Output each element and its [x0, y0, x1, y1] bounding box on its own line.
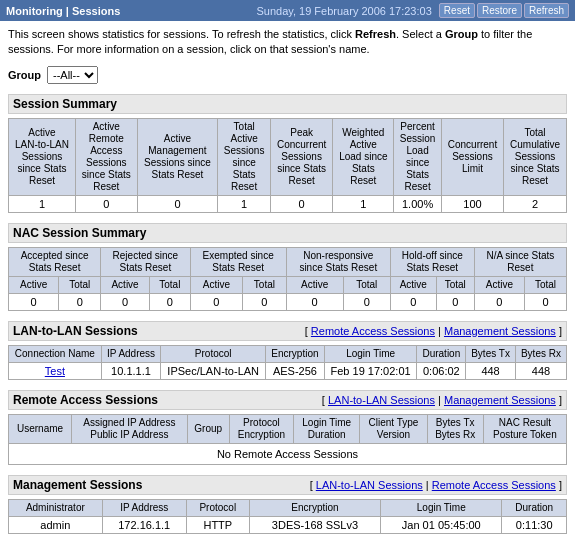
group-label: Group	[8, 69, 41, 81]
lan-conn-link[interactable]: Test	[45, 365, 65, 377]
table-row: Test 10.1.1.1 IPSec/LAN-to-LAN AES-256 F…	[9, 362, 567, 379]
nac-sub-total-2: Total	[149, 276, 190, 293]
link-lan-2[interactable]: LAN-to-LAN Sessions	[316, 479, 423, 491]
nac-sub-active-4: Active	[286, 276, 343, 293]
nac-summary-title: NAC Session Summary	[8, 223, 567, 243]
top-bar-right: Sunday, 19 February 2006 17:23:03 Reset …	[256, 3, 569, 18]
ra-col-5: Login TimeDuration	[294, 414, 360, 443]
management-title: Management Sessions	[13, 478, 142, 492]
nac-col-6: N/A since StatsReset	[474, 247, 566, 276]
management-header: Management Sessions [ LAN-to-LAN Session…	[8, 475, 567, 495]
nac-v11: 0	[474, 293, 524, 310]
mgmt-admin: admin	[9, 516, 103, 533]
ra-col-3: Group	[187, 414, 229, 443]
lan-col-1: Connection Name	[9, 345, 102, 362]
lan-ip: 10.1.1.1	[101, 362, 161, 379]
group-select[interactable]: --All--	[47, 66, 98, 84]
ss-col-4: TotalActiveSessionssinceStatsReset	[218, 118, 271, 195]
ss-val-3: 0	[137, 195, 218, 212]
nac-summary-table: Accepted sinceStats Reset Rejected since…	[8, 247, 567, 311]
nac-sub-active-2: Active	[101, 276, 150, 293]
session-summary-section: Session Summary ActiveLAN-to-LANSessions…	[8, 94, 567, 213]
mgmt-encryption: 3DES-168 SSLv3	[249, 516, 380, 533]
restore-button[interactable]: Restore	[477, 3, 522, 18]
ss-col-3: ActiveManagementSessions sinceStats Rese…	[137, 118, 218, 195]
ss-val-4: 1	[218, 195, 271, 212]
management-table: Administrator IP Address Protocol Encryp…	[8, 499, 567, 534]
mgmt-col-3: Protocol	[186, 499, 249, 516]
session-summary-table: ActiveLAN-to-LANSessionssince StatsReset…	[8, 118, 567, 213]
nac-col-1: Accepted sinceStats Reset	[9, 247, 101, 276]
nac-v5: 0	[190, 293, 242, 310]
nac-sub-active-1: Active	[9, 276, 59, 293]
lan-sessions-table: Connection Name IP Address Protocol Encr…	[8, 345, 567, 380]
lan-conn-name: Test	[9, 362, 102, 379]
ss-col-2: ActiveRemoteAccessSessionssince StatsRes…	[75, 118, 137, 195]
mgmt-col-1: Administrator	[9, 499, 103, 516]
lan-duration: 0:06:02	[417, 362, 466, 379]
nac-v6: 0	[243, 293, 287, 310]
ss-val-9: 2	[504, 195, 567, 212]
nac-v10: 0	[436, 293, 474, 310]
nac-col-3: Exempted sinceStats Reset	[190, 247, 286, 276]
mgmt-ip: 172.16.1.1	[102, 516, 186, 533]
ss-col-8: ConcurrentSessionsLimit	[441, 118, 503, 195]
mgmt-col-2: IP Address	[102, 499, 186, 516]
mgmt-col-4: Encryption	[249, 499, 380, 516]
nac-sub-total-6: Total	[525, 276, 567, 293]
top-bar: Monitoring | Sessions Sunday, 19 Februar…	[0, 0, 575, 21]
lan-session-links: [ Remote Access Sessions | Management Se…	[305, 325, 562, 337]
nac-v1: 0	[9, 293, 59, 310]
link-lan-sessions[interactable]: LAN-to-LAN Sessions	[328, 394, 435, 406]
link-remote-2[interactable]: Remote Access Sessions	[432, 479, 556, 491]
lan-col-6: Duration	[417, 345, 466, 362]
refresh-button[interactable]: Refresh	[524, 3, 569, 18]
link-management[interactable]: Management Sessions	[444, 325, 556, 337]
ss-val-1: 1	[9, 195, 76, 212]
lan-login-time: Feb 19 17:02:01	[324, 362, 417, 379]
remote-session-links: [ LAN-to-LAN Sessions | Management Sessi…	[322, 394, 562, 406]
mgmt-col-5: Login Time	[381, 499, 502, 516]
ss-val-8: 100	[441, 195, 503, 212]
ss-col-7: PercentSessionLoadsinceStatsReset	[394, 118, 441, 195]
lan-sessions-section: LAN-to-LAN Sessions [ Remote Access Sess…	[8, 321, 567, 380]
ra-col-6: Client TypeVersion	[360, 414, 427, 443]
reset-button[interactable]: Reset	[439, 3, 475, 18]
ra-col-4: ProtocolEncryption	[229, 414, 293, 443]
lan-col-7: Bytes Tx	[466, 345, 516, 362]
ra-col-1: Username	[9, 414, 72, 443]
nac-v4: 0	[149, 293, 190, 310]
app-title: Monitoring | Sessions	[6, 5, 120, 17]
lan-col-2: IP Address	[101, 345, 161, 362]
main-content: This screen shows statistics for session…	[0, 21, 575, 539]
nac-col-5: Hold-off sinceStats Reset	[390, 247, 474, 276]
remote-access-section: Remote Access Sessions [ LAN-to-LAN Sess…	[8, 390, 567, 465]
nac-col-2: Rejected sinceStats Reset	[101, 247, 190, 276]
link-remote-access[interactable]: Remote Access Sessions	[311, 325, 435, 337]
ss-val-6: 1	[333, 195, 394, 212]
nac-sub-total-3: Total	[243, 276, 287, 293]
ra-col-7: Bytes TxBytes Rx	[427, 414, 483, 443]
lan-bytes-tx: 448	[466, 362, 516, 379]
nac-summary-row: 0 0 0 0 0 0 0 0 0 0 0 0	[9, 293, 567, 310]
lan-encryption: AES-256	[266, 362, 325, 379]
link-mgmt-sessions[interactable]: Management Sessions	[444, 394, 556, 406]
description: This screen shows statistics for session…	[8, 27, 567, 58]
nac-sub-total-1: Total	[59, 276, 101, 293]
nac-sub-active-6: Active	[474, 276, 524, 293]
group-row: Group --All--	[8, 66, 567, 84]
ss-val-7: 1.00%	[394, 195, 441, 212]
mgmt-duration: 0:11:30	[502, 516, 567, 533]
ss-col-6: WeightedActiveLoad sinceStatsReset	[333, 118, 394, 195]
nac-col-4: Non-responsivesince Stats Reset	[286, 247, 390, 276]
remote-access-title: Remote Access Sessions	[13, 393, 158, 407]
nac-v2: 0	[59, 293, 101, 310]
lan-protocol: IPSec/LAN-to-LAN	[161, 362, 266, 379]
datetime: Sunday, 19 February 2006 17:23:03	[256, 5, 431, 17]
lan-bytes-rx: 448	[515, 362, 566, 379]
session-summary-row: 1 0 0 1 0 1 1.00% 100 2	[9, 195, 567, 212]
ss-col-9: TotalCumulativeSessionssince StatsReset	[504, 118, 567, 195]
management-section: Management Sessions [ LAN-to-LAN Session…	[8, 475, 567, 534]
mgmt-login-time: Jan 01 05:45:00	[381, 516, 502, 533]
mgmt-col-6: Duration	[502, 499, 567, 516]
